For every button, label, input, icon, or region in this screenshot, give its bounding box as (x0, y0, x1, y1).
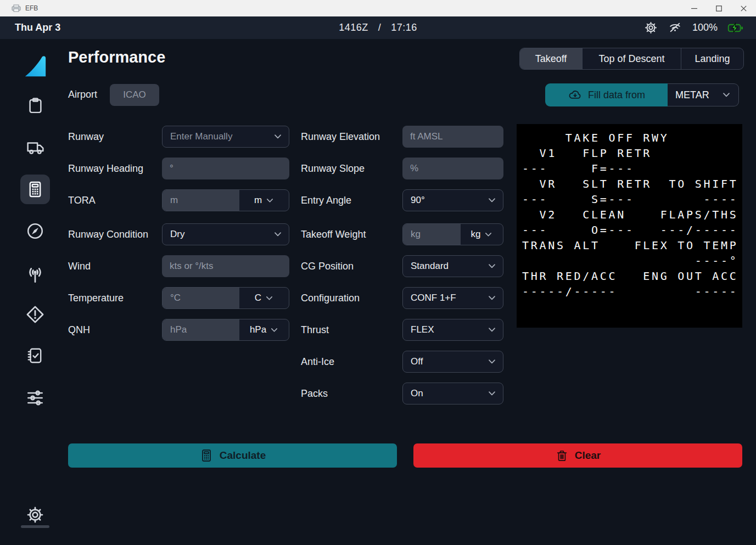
close-button[interactable] (731, 0, 756, 16)
field-row-runway-condition: Runway Condition Dry (68, 223, 289, 245)
clear-button[interactable]: Clear (413, 443, 742, 468)
calculator-icon (199, 448, 214, 463)
fill-source-select[interactable]: METAR (668, 83, 739, 106)
sidebar-item-flight-plan[interactable] (20, 91, 50, 120)
sidebar-item-navigation[interactable] (20, 216, 50, 246)
runway-slope-input[interactable] (402, 158, 503, 179)
chevron-down-icon (488, 294, 496, 302)
page-title: Performance (68, 48, 165, 66)
field-row-runway-heading: Runway Heading (68, 158, 289, 179)
battery-charging-icon (727, 20, 744, 35)
sidebar-nav (0, 39, 70, 545)
field-row-tora: TORA m (68, 189, 289, 211)
mcdu-line: TRANS ALT FLEX TO TEMP (522, 238, 742, 253)
chevron-down-icon (270, 326, 278, 334)
anti-ice-select[interactable]: Off (402, 351, 503, 373)
entry-angle-select[interactable]: 90° (402, 189, 503, 211)
tora-input[interactable] (163, 190, 239, 211)
runway-elevation-input[interactable] (402, 126, 503, 148)
field-row-runway-slope: Runway Slope (301, 158, 503, 179)
configuration-select[interactable]: CONF 1+F (402, 287, 503, 309)
gear-icon (26, 505, 44, 524)
chevron-down-icon (488, 262, 496, 271)
chevron-down-icon (484, 231, 492, 239)
qnh-unit-select[interactable]: hPa (239, 319, 289, 340)
runway-condition-select[interactable]: Dry (162, 223, 289, 245)
takeoff-weight-field: kg (402, 223, 503, 245)
local-time: 17:16 (391, 22, 417, 33)
field-row-thrust: Thrust FLEX (301, 319, 503, 341)
mcdu-line: VR SLT RETR TO SHIFT (522, 176, 742, 192)
field-row-packs: Packs On (301, 383, 503, 404)
airline-logo-icon (23, 53, 48, 78)
status-bar: Thu Apr 3 1416Z/17:16 100% (0, 16, 756, 39)
clipboard-icon (26, 97, 44, 115)
chevron-down-icon (722, 91, 731, 99)
sliders-icon (25, 388, 45, 408)
mcdu-line: V2 CLEAN FLAPS/THS (522, 207, 742, 222)
airline-logo (20, 51, 50, 81)
checklist-icon (26, 346, 44, 365)
window-title: EFB (25, 4, 38, 12)
takeoff-weight-input[interactable] (403, 224, 461, 245)
fill-data-button[interactable]: Fill data from (545, 83, 668, 106)
tab-landing[interactable]: Landing (681, 48, 743, 69)
tab-top-of-descent[interactable]: Top of Descent (583, 48, 681, 69)
minimize-button[interactable] (682, 0, 707, 16)
calculate-button[interactable]: Calculate (68, 443, 397, 468)
sidebar-item-alerts[interactable] (20, 300, 50, 329)
mcdu-takeoff-display: TAKE OFF RWY V1 FLP RETR --- F=--- VR SL… (517, 124, 742, 328)
field-row-anti-ice: Anti-Ice Off (301, 351, 503, 373)
field-row-wind: Wind (68, 255, 289, 277)
mcdu-line: --- S=--- ---- (522, 192, 742, 207)
airport-label: Airport (68, 89, 97, 100)
takeoff-weight-unit-select[interactable]: kg (461, 224, 503, 245)
wind-input[interactable] (162, 255, 289, 277)
field-row-entry-angle: Entry Angle 90° (301, 189, 503, 211)
form-column-right: Runway Elevation Runway Slope Entry Angl… (301, 126, 503, 414)
chevron-down-icon (265, 294, 273, 302)
sidebar-item-radio[interactable] (20, 260, 50, 290)
tora-field: m (162, 189, 289, 211)
sidebar-item-checklist[interactable] (20, 341, 50, 370)
window-titlebar: EFB (0, 0, 756, 16)
chevron-down-icon (273, 230, 282, 239)
runway-slope-field (402, 158, 503, 179)
chevron-down-icon (488, 196, 496, 205)
warning-icon (25, 305, 45, 324)
airport-icao-input[interactable] (110, 84, 159, 106)
wind-field (162, 255, 289, 277)
runway-select[interactable]: Enter Manually (162, 126, 289, 148)
cg-position-select[interactable]: Standard (402, 255, 503, 277)
calculator-icon (26, 180, 44, 199)
tora-unit-select[interactable]: m (239, 190, 289, 211)
tab-takeoff[interactable]: Takeoff (520, 48, 583, 69)
sidebar-item-preferences[interactable] (20, 383, 50, 413)
gear-icon[interactable] (644, 21, 658, 35)
qnh-input[interactable] (163, 319, 239, 340)
sidebar-item-settings[interactable] (20, 500, 50, 530)
packs-select[interactable]: On (402, 383, 503, 404)
chevron-down-icon (273, 132, 282, 141)
truck-icon (26, 138, 45, 157)
runway-heading-field (162, 158, 289, 179)
chevron-down-icon (488, 325, 496, 334)
maximize-button[interactable] (707, 0, 731, 16)
field-row-takeoff-weight: Takeoff Weight kg (301, 223, 503, 245)
form-column-left: Runway Enter Manually Runway Heading TOR… (68, 126, 289, 351)
temperature-input[interactable] (163, 288, 239, 308)
compass-icon (26, 222, 44, 240)
mcdu-line: V1 FLP RETR (522, 145, 742, 161)
temperature-unit-select[interactable]: C (239, 288, 289, 308)
thrust-select[interactable]: FLEX (402, 319, 503, 341)
runway-heading-input[interactable] (162, 158, 289, 179)
sidebar-item-performance[interactable] (20, 175, 50, 204)
efb-app-window: EFB Thu Apr 3 1416Z/17:16 100% (0, 0, 756, 545)
field-row-runway-elevation: Runway Elevation (301, 126, 503, 148)
mcdu-line: -----/----- ----- (522, 284, 742, 299)
chevron-down-icon (488, 389, 496, 398)
sidebar-item-ground-services[interactable] (20, 132, 50, 162)
mcdu-line: TAKE OFF RWY (522, 130, 742, 145)
chevron-down-icon (488, 357, 496, 366)
time-separator: / (378, 22, 382, 33)
